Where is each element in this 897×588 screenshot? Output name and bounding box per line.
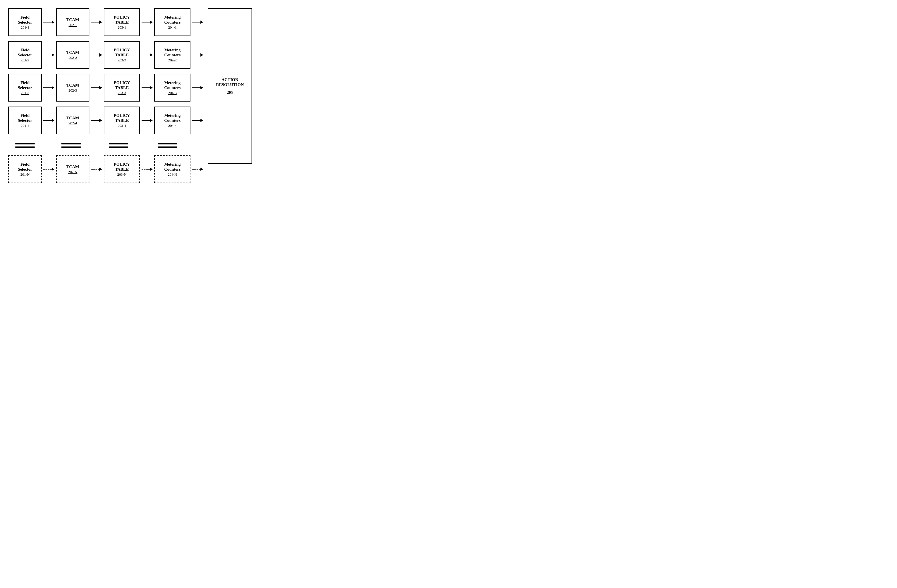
box-label: 202-1 (69, 23, 77, 27)
arrow (43, 53, 54, 57)
component-box: TCAM202-N (56, 156, 89, 183)
rows-column: Field Selector201-1TCAM202-1POLICY TABLE… (8, 8, 205, 188)
box-title: Field Selector (18, 80, 32, 90)
box-label: 203-2 (118, 58, 126, 63)
component-box: Field Selector201-2 (8, 41, 41, 69)
box-label: 204-2 (168, 58, 176, 63)
box-title: TCAM (66, 83, 79, 88)
box-title: POLICY TABLE (114, 47, 130, 57)
arrow (91, 86, 102, 89)
box-label: 201-4 (21, 124, 29, 128)
arrow (192, 53, 203, 57)
pipeline-row: Field Selector201-3TCAM202-3POLICY TABLE… (8, 74, 205, 102)
box-label: 203-3 (118, 91, 126, 95)
box-title: Metering Counters (164, 80, 181, 90)
diagram: Field Selector201-1TCAM202-1POLICY TABLE… (8, 8, 325, 188)
arrow (43, 168, 54, 171)
ellipsis-dots (101, 142, 136, 148)
action-label: 205 (227, 90, 233, 95)
box-label: 202-N (68, 170, 77, 174)
component-box: POLICY TABLE203-N (104, 156, 140, 183)
box-title: TCAM (66, 164, 79, 169)
ellipsis-dots (8, 142, 41, 148)
box-label: 203-N (117, 172, 126, 177)
box-label: 201-1 (21, 25, 29, 30)
component-box: Field Selector201-1 (8, 8, 41, 36)
arrow (192, 119, 203, 122)
component-box: POLICY TABLE203-1 (104, 8, 140, 36)
arrow (91, 21, 102, 24)
arrow (91, 53, 102, 57)
component-box: Metering Counters204-N (155, 156, 190, 183)
component-box: Field Selector201-4 (8, 107, 41, 134)
box-label: 203-4 (118, 124, 126, 128)
box-title: Metering Counters (164, 47, 181, 57)
action-title: ACTION RESOLUTION (216, 77, 244, 87)
arrow (142, 21, 153, 24)
box-title: POLICY TABLE (114, 15, 130, 25)
box-title: POLICY TABLE (114, 162, 130, 172)
box-title: Field Selector (18, 47, 32, 57)
arrow (142, 119, 153, 122)
arrow (142, 168, 153, 171)
arrow (43, 86, 54, 89)
component-box: Metering Counters204-2 (155, 41, 190, 69)
box-label: 201-3 (21, 91, 29, 95)
component-box: POLICY TABLE203-2 (104, 41, 140, 69)
box-title: Field Selector (18, 15, 32, 25)
action-resolution-box: ACTION RESOLUTION 205 (208, 8, 252, 164)
arrow (192, 168, 203, 171)
arrow (91, 119, 102, 122)
component-box: TCAM202-4 (56, 107, 89, 134)
box-title: Field Selector (18, 162, 32, 172)
arrow (192, 86, 203, 89)
arrow (192, 21, 203, 24)
component-box: POLICY TABLE203-3 (104, 74, 140, 102)
ellipsis-dots (149, 142, 185, 148)
component-box: Field Selector201-N (8, 156, 41, 183)
arrow (142, 53, 153, 57)
dots-row (8, 139, 205, 150)
box-label: 204-3 (168, 91, 176, 95)
component-box: POLICY TABLE203-4 (104, 107, 140, 134)
component-box: TCAM202-3 (56, 74, 89, 102)
component-box: TCAM202-2 (56, 41, 89, 69)
pipeline-row: Field Selector201-NTCAM202-NPOLICY TABLE… (8, 156, 205, 183)
arrow (142, 86, 153, 89)
ellipsis-dots (54, 142, 88, 148)
box-title: Metering Counters (164, 113, 181, 123)
component-box: Metering Counters204-1 (155, 8, 190, 36)
box-label: 202-4 (69, 121, 77, 125)
box-title: TCAM (66, 50, 79, 55)
box-label: 204-1 (168, 25, 176, 30)
box-title: TCAM (66, 17, 79, 22)
box-title: POLICY TABLE (114, 113, 130, 123)
component-box: Metering Counters204-4 (155, 107, 190, 134)
box-label: 204-N (168, 172, 177, 177)
box-title: TCAM (66, 115, 79, 121)
box-label: 203-1 (118, 25, 126, 30)
arrow (43, 119, 54, 122)
component-box: Field Selector201-3 (8, 74, 41, 102)
arrow (91, 168, 102, 171)
action-column: ACTION RESOLUTION 205 (208, 8, 252, 164)
box-label: 201-N (20, 172, 29, 177)
box-label: 201-2 (21, 58, 29, 63)
box-title: Metering Counters (164, 162, 181, 172)
box-label: 202-3 (69, 88, 77, 93)
box-title: POLICY TABLE (114, 80, 130, 90)
pipeline-row: Field Selector201-4TCAM202-4POLICY TABLE… (8, 107, 205, 134)
box-title: Field Selector (18, 113, 32, 123)
box-label: 202-2 (69, 55, 77, 60)
component-box: Metering Counters204-3 (155, 74, 190, 102)
box-label: 204-4 (168, 124, 176, 128)
arrow (43, 21, 54, 24)
pipeline-row: Field Selector201-2TCAM202-2POLICY TABLE… (8, 41, 205, 69)
box-title: Metering Counters (164, 15, 181, 25)
component-box: TCAM202-1 (56, 8, 89, 36)
pipeline-row: Field Selector201-1TCAM202-1POLICY TABLE… (8, 8, 205, 36)
